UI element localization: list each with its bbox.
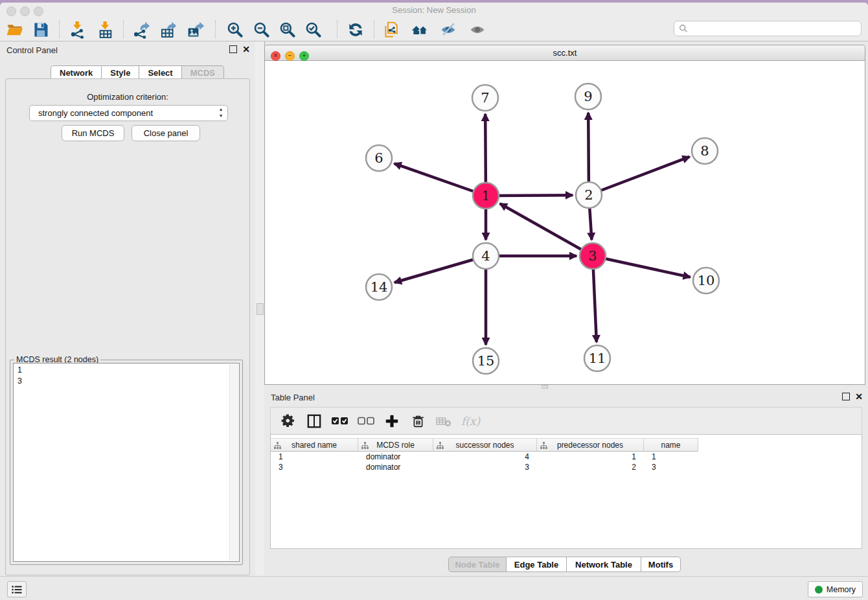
export-image-icon[interactable]: [185, 19, 207, 40]
table-tabs: Node TableEdge TableNetwork TableMotifs: [448, 557, 681, 572]
edge-3-1[interactable]: [500, 203, 593, 256]
table-cell[interactable]: dominator: [358, 462, 433, 472]
table-cell[interactable]: 1: [537, 452, 644, 462]
optimization-criterion-label: Optimization criterion:: [6, 92, 249, 102]
edge-3-10[interactable]: [593, 256, 691, 277]
graph-node-label-15: 15: [477, 353, 495, 369]
graph-node-label-11: 11: [589, 351, 606, 366]
edge-2-8[interactable]: [589, 157, 690, 195]
node-table: shared nameMCDS rolesuccessor nodesprede…: [270, 434, 862, 549]
graph-node-label-8: 8: [700, 143, 709, 159]
search-icon: [679, 24, 688, 33]
graph-node-label-2: 2: [584, 187, 593, 203]
open-session-icon[interactable]: [4, 19, 26, 40]
status-bar: Memory: [0, 576, 868, 600]
column-header-MCDS-role[interactable]: MCDS role: [358, 438, 433, 452]
table-row[interactable]: 1dominator411: [271, 452, 862, 462]
table-cell[interactable]: dominator: [358, 452, 433, 462]
vertical-splitter[interactable]: [255, 41, 265, 577]
table-body: 1dominator4113dominator323: [271, 452, 862, 472]
graph-node-label-14: 14: [371, 279, 388, 295]
run-mcds-button[interactable]: Run MCDS: [62, 125, 124, 141]
select-all-columns-icon[interactable]: [332, 413, 348, 430]
network-canvas-svg[interactable]: 1234678910111415: [265, 60, 865, 384]
hide-selected-icon[interactable]: [437, 19, 459, 40]
vertical-splitter-handle[interactable]: [257, 303, 264, 315]
search-input[interactable]: [674, 21, 862, 36]
save-session-icon[interactable]: [30, 19, 52, 40]
mcds-result-item: 1: [14, 365, 239, 376]
export-table-icon[interactable]: [157, 19, 179, 40]
control-panel: Control Panel ✕ NetworkStyleSelectMCDS O…: [0, 41, 255, 577]
zoom-selected-icon[interactable]: [303, 19, 325, 40]
table-header-row: shared nameMCDS rolesuccessor nodesprede…: [271, 438, 698, 452]
app-window: Session: New Session: [0, 3, 868, 600]
optimization-criterion-value: strongly connected component: [38, 108, 153, 118]
import-table-icon[interactable]: [95, 19, 117, 40]
table-cell[interactable]: 3: [644, 462, 698, 472]
tab-motifs[interactable]: Motifs: [641, 557, 681, 572]
zoom-in-icon[interactable]: [224, 19, 246, 40]
edge-1-6[interactable]: [394, 163, 486, 196]
optimization-criterion-select[interactable]: strongly connected component ▴▾: [29, 105, 228, 121]
first-neighbors-icon[interactable]: [409, 19, 431, 40]
control-panel-title: Control Panel: [6, 45, 58, 55]
show-columns-icon[interactable]: [306, 413, 323, 430]
memory-status-icon: [815, 586, 823, 594]
graph-node-label-3: 3: [588, 248, 597, 264]
result-scrollbar[interactable]: [229, 364, 238, 560]
zoom-fit-icon[interactable]: [277, 19, 299, 40]
graph-node-label-6: 6: [374, 150, 383, 166]
show-all-icon[interactable]: [466, 19, 488, 40]
float-panel-icon[interactable]: [229, 45, 237, 53]
network-view-window: ×−+ scc.txt 1234678910111415: [264, 45, 865, 385]
mcds-panel: Optimization criterion: strongly connect…: [5, 78, 250, 575]
table-cell[interactable]: 4: [433, 452, 537, 462]
close-panel-icon[interactable]: ✕: [242, 46, 250, 52]
graph-node-label-10: 10: [698, 273, 715, 288]
clone-network-icon[interactable]: [381, 19, 403, 40]
float-table-panel-icon[interactable]: [842, 393, 850, 400]
column-header-name[interactable]: name: [644, 438, 698, 452]
close-table-panel-icon[interactable]: ✕: [855, 393, 863, 400]
table-panel-title: Table Panel: [271, 393, 315, 402]
network-view-titlebar: ×−+ scc.txt: [265, 45, 865, 61]
edge-4-14[interactable]: [394, 256, 486, 283]
table-options-icon[interactable]: [280, 413, 297, 430]
import-network-icon[interactable]: [67, 19, 89, 40]
mcds-result-list[interactable]: 13: [13, 363, 240, 562]
task-history-button[interactable]: [7, 581, 27, 597]
list-icon: [12, 585, 22, 594]
graph-node-label-9: 9: [584, 89, 592, 104]
table-cell[interactable]: 3: [271, 462, 358, 472]
mcds-result-item: 3: [14, 376, 239, 387]
column-header-predecessor-nodes[interactable]: predecessor nodes: [537, 438, 644, 452]
memory-button[interactable]: Memory: [808, 581, 863, 597]
table-cell[interactable]: 3: [433, 462, 537, 472]
create-column-icon[interactable]: [383, 413, 400, 430]
main-toolbar: [0, 18, 868, 41]
table-row[interactable]: 3dominator323: [271, 462, 862, 472]
zoom-out-icon[interactable]: [251, 19, 273, 40]
graph-node-label-4: 4: [481, 248, 490, 264]
delete-columns-icon[interactable]: [409, 413, 426, 430]
table-toolbar: f(x): [270, 407, 862, 435]
tab-edge-table[interactable]: Edge Table: [507, 557, 567, 572]
apply-layout-icon[interactable]: [345, 19, 367, 40]
column-header-shared-name[interactable]: shared name: [271, 438, 358, 452]
export-network-icon[interactable]: [130, 19, 152, 40]
window-titlebar: Session: New Session: [0, 3, 868, 18]
table-cell[interactable]: 1: [644, 452, 698, 462]
table-panel: Table Panel ✕ f(x) shared: [264, 389, 868, 577]
network-view-title: scc.txt: [265, 48, 865, 58]
tab-node-table[interactable]: Node Table: [448, 557, 507, 572]
unselect-all-columns-icon[interactable]: [358, 413, 374, 430]
table-cell[interactable]: 2: [537, 462, 644, 472]
mcds-result-groupbox: MCDS result (2 nodes) 13: [10, 360, 243, 565]
table-cell[interactable]: 1: [271, 452, 358, 462]
delete-table-icon: [435, 413, 452, 430]
close-panel-button[interactable]: Close panel: [131, 125, 200, 141]
tab-network-table[interactable]: Network Table: [567, 557, 641, 572]
column-header-successor-nodes[interactable]: successor nodes: [433, 438, 537, 452]
graph-node-label-1: 1: [481, 188, 490, 203]
